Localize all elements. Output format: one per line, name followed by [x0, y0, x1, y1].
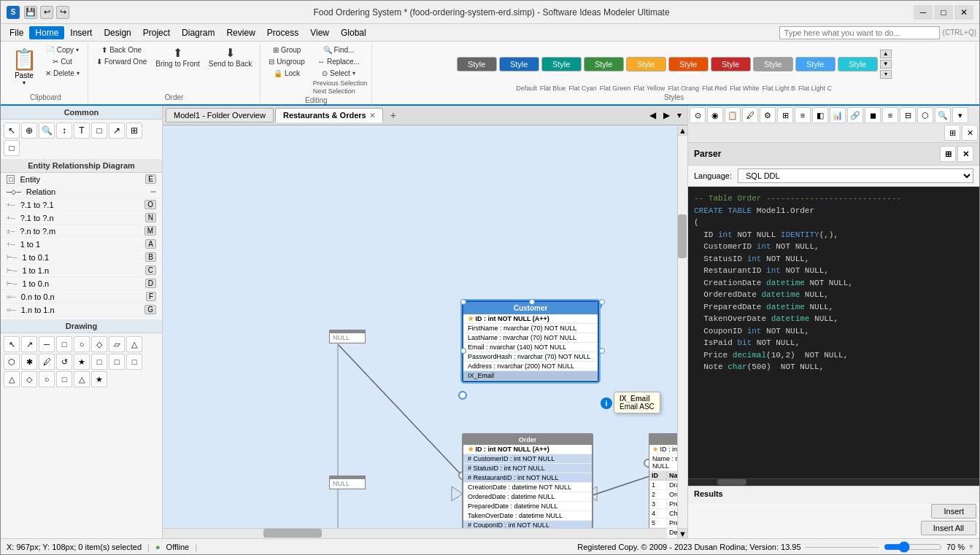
rp-btn-4[interactable]: 🖊 — [742, 107, 758, 123]
handle-tl[interactable] — [460, 299, 466, 305]
find-button[interactable]: 🔍 Find... — [310, 44, 368, 55]
rp-btn-12[interactable]: ≡ — [882, 107, 898, 123]
style-flatlightb-btn[interactable]: Style — [795, 57, 836, 71]
parser-close[interactable]: ✕ — [957, 146, 973, 162]
search-input[interactable] — [779, 26, 940, 39]
style-default-btn[interactable]: Style — [457, 57, 497, 71]
draw-tool-22[interactable]: ★ — [91, 371, 107, 387]
select-button[interactable]: ⊙ Select ▾ — [310, 68, 368, 79]
undo-icon[interactable]: ↩ — [40, 6, 53, 19]
draw-tool-15[interactable]: □ — [109, 354, 125, 370]
tab-close-btn[interactable]: ✕ — [369, 112, 375, 120]
rp-btn-16[interactable]: ▾ — [952, 107, 968, 123]
menu-diagram[interactable]: Diagram — [176, 26, 220, 39]
draw-tool-17[interactable]: △ — [4, 371, 20, 387]
erd-item-1to1n[interactable]: ⊢─ 1 to 1.n C — [1, 264, 162, 277]
rp-btn-10[interactable]: 🔗 — [847, 107, 863, 123]
draw-tool-12[interactable]: ↺ — [56, 354, 72, 370]
erd-item-relation[interactable]: ─◇─ Relation — [1, 186, 162, 198]
tool-text[interactable]: T — [74, 123, 90, 139]
tool-connect[interactable]: ⊕ — [21, 123, 37, 139]
lock-button[interactable]: 🔒 Lock — [265, 68, 308, 79]
style-flatred-btn[interactable]: Style — [711, 57, 751, 71]
handle-tc[interactable] — [529, 299, 535, 305]
rp-btn-13[interactable]: ⊟ — [900, 107, 916, 123]
style-flatorange-btn[interactable]: Style — [668, 57, 709, 71]
menu-view[interactable]: View — [304, 26, 335, 39]
draw-tool-16[interactable]: □ — [126, 354, 142, 370]
draw-tool-21[interactable]: △ — [74, 371, 90, 387]
maximize-btn[interactable]: □ — [934, 5, 953, 20]
style-flatblue-btn[interactable]: Style — [499, 57, 539, 71]
style-scroll-up[interactable]: ▲ — [880, 50, 892, 58]
rp-btn-9[interactable]: 📊 — [830, 107, 846, 123]
erd-item-opt1to1[interactable]: +─ ?.1 to ?.1 O — [1, 198, 162, 211]
cut-button[interactable]: ✂ Cut — [42, 56, 83, 67]
draw-tool-13[interactable]: ★ — [74, 354, 90, 370]
replace-button[interactable]: ↔ Replace... — [310, 56, 368, 67]
rp-btn-1[interactable]: ⊙ — [690, 107, 706, 123]
prev-selection-label[interactable]: Previous Selection — [310, 79, 368, 87]
draw-tool-5[interactable]: ○ — [74, 336, 90, 352]
rp-btn-2[interactable]: ◉ — [707, 107, 723, 123]
tool-resize[interactable]: ↕ — [56, 123, 72, 139]
draw-tool-4[interactable]: □ — [56, 336, 72, 352]
tab-scroll-left[interactable]: ◀ — [647, 109, 659, 122]
erd-item-nton[interactable]: ±─ ?.n to ?.m M — [1, 225, 162, 238]
rp-btn-11[interactable]: ◼ — [865, 107, 881, 123]
tool-zoom[interactable]: 🔍 — [39, 123, 55, 139]
style-scroll-down[interactable]: ▼ — [880, 60, 892, 69]
handle-ml[interactable] — [460, 348, 466, 354]
rp-btn-14[interactable]: ⬡ — [917, 107, 933, 123]
v-scroll-up[interactable]: ▲ — [678, 125, 687, 136]
paste-button[interactable]: 📋 Paste ▾ — [8, 44, 40, 88]
menu-global[interactable]: Global — [335, 26, 372, 39]
style-scroll-more[interactable]: ▾ — [880, 70, 892, 79]
save-icon[interactable]: 💾 — [24, 6, 37, 19]
draw-tool-1[interactable]: ↖ — [4, 336, 20, 352]
draw-tool-18[interactable]: ◇ — [21, 371, 37, 387]
redo-icon[interactable]: ↪ — [56, 6, 69, 19]
draw-tool-14[interactable]: □ — [91, 354, 107, 370]
bring-to-front-button[interactable]: ⬆ Bring to Front — [152, 44, 204, 69]
menu-file[interactable]: File — [4, 26, 29, 39]
minimize-btn[interactable]: ─ — [914, 5, 933, 20]
forward-one-button[interactable]: ⬇ Forward One — [93, 56, 150, 67]
erd-item-1nto1n[interactable]: ∞─ 1.n to 1.n G — [1, 303, 162, 317]
tab-restaurants-orders[interactable]: Restaurants & Orders ✕ — [275, 108, 383, 123]
tool-extra1[interactable]: ⊞ — [126, 123, 142, 139]
menu-insert[interactable]: Insert — [64, 26, 98, 39]
rp-close-btn[interactable]: ✕ — [962, 125, 978, 141]
erd-item-entity[interactable]: □ Entity E — [1, 173, 162, 186]
rp-btn-3[interactable]: 📋 — [725, 107, 741, 123]
handle-mr[interactable] — [599, 348, 605, 354]
erd-item-1to01[interactable]: ⊢─ 1 to 0.1 B — [1, 251, 162, 264]
order-entity[interactable]: Order ★ ID : int NOT NULL (A++) # Custom… — [462, 433, 593, 538]
canvas[interactable]: NULL NULL Customer ★ ID : int NOT NULL (… — [163, 125, 677, 538]
rp-btn-7[interactable]: ≡ — [795, 107, 811, 123]
draw-tool-8[interactable]: △ — [126, 336, 142, 352]
menu-project[interactable]: Project — [137, 26, 176, 39]
zoom-slider[interactable] — [884, 541, 942, 553]
tab-scroll-right[interactable]: ▶ — [660, 109, 673, 122]
tool-shape[interactable]: □ — [91, 123, 107, 139]
draw-tool-20[interactable]: □ — [56, 371, 72, 387]
ungroup-button[interactable]: ⊟ Ungroup — [265, 56, 308, 67]
tool-extra2[interactable]: □ — [4, 140, 20, 156]
menu-review[interactable]: Review — [220, 26, 261, 39]
group-button[interactable]: ⊞ Group — [265, 44, 308, 55]
delete-button[interactable]: ✕ Delete ▾ — [42, 68, 83, 79]
erd-item-0nto0n[interactable]: ∞─ 0.n to 0.n F — [1, 290, 162, 303]
handle-tr[interactable] — [599, 299, 605, 305]
erd-item-opt1ton[interactable]: +─ ?.1 to ?.n N — [1, 211, 162, 225]
v-scroll-down[interactable]: ▼ — [678, 528, 687, 538]
rp-expand-btn[interactable]: ⊞ — [944, 125, 960, 141]
h-scrollbar[interactable] — [163, 528, 667, 538]
tab-folder-overview[interactable]: Model1 - Folder Overview — [166, 108, 274, 123]
draw-tool-7[interactable]: ▱ — [109, 336, 125, 352]
draw-tool-11[interactable]: 🖊 — [39, 354, 55, 370]
insert-btn[interactable]: Insert — [931, 504, 976, 519]
next-selection-label[interactable]: Next Selection — [310, 88, 368, 95]
draw-tool-19[interactable]: ○ — [39, 371, 55, 387]
rp-btn-5[interactable]: ⚙ — [760, 107, 776, 123]
